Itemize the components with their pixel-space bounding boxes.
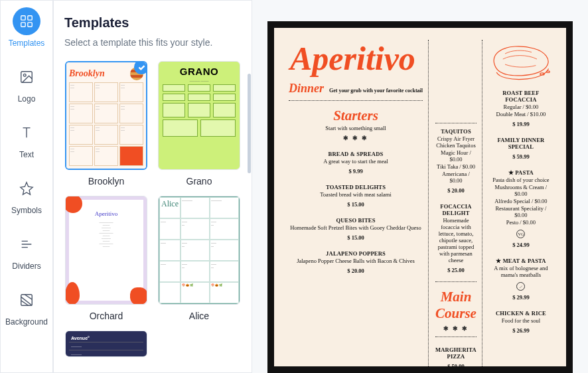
template-card-alice[interactable]: Alice―――――――― ―――――――― ―――――――― ――――――――… [157,196,241,321]
scrollbar[interactable] [248,74,251,173]
svg-rect-1 [28,16,32,20]
template-card-grano[interactable]: GRANO ―――― ――― Grano [157,61,241,186]
item-desc: A great way to start the meal [289,158,423,165]
star-icon [13,175,40,202]
item-line: Double Meat / $10.00 [489,111,553,117]
item-price: $ 59.99 [435,363,477,370]
item-price: $ 15.00 [289,201,423,208]
template-name: Grano [186,176,212,186]
dividers-icon [13,230,40,258]
nav-label: Text [19,150,34,159]
item-price: $ 15.00 [289,234,423,241]
item-price: $ 24.99 [489,242,553,248]
template-thumb: Aperitivo ――――――――――――――――――――――――――――――… [65,196,147,305]
menu-col-1: Aperitivo Dinner Get your grub with your… [289,40,429,366]
template-thumb: GRANO ―――― ――― [158,61,240,170]
section-starters: Starters [289,108,423,124]
item-name: TOASTED DELIGHTS [289,184,423,190]
template-thumb: Brooklyn ―――――――――――― ―――――――――――― ―――――… [65,61,147,170]
template-card-avenue[interactable]: Avenue° ―――――――― [64,331,148,357]
badge-vg: VG [516,230,525,238]
item-desc: Homemade focaccia with lettuce, tomato, … [435,217,477,263]
item-name: MARGHERITA PIZZA [435,346,477,360]
template-card-brooklyn[interactable]: Brooklyn ―――――――――――― ―――――――――――― ―――――… [64,61,148,186]
panel-subheading: Select a template this fits your style. [64,37,241,48]
item-line: Alfredo Special / $0.00 [489,198,553,204]
background-icon [13,286,40,314]
template-thumb: Avenue° ―――――――― [65,331,147,357]
nav-symbols[interactable]: Symbols [11,175,42,215]
item-name: MEAT & PASTA [489,258,553,264]
nav-label: Dividers [12,261,40,271]
item-name: FOCACCIA DELIGHT [435,203,477,216]
nav-logo[interactable]: Logo [13,63,40,104]
section-main: Main Course [435,289,477,322]
svg-rect-2 [21,23,25,27]
item-line: Crispy Air Fryer Chicken Taquitos [435,135,477,149]
nav-label: Templates [9,38,45,48]
menu-dinner-tag: Get your grub with your favorite cocktai… [329,88,423,94]
item-price: $ 9.99 [289,168,423,175]
template-name: Orchard [90,311,123,321]
divider-dots: ✱ ✱ ✱ [435,325,477,332]
side-nav: Templates Logo Text Symbols Dividers Bac… [0,0,53,373]
templates-icon [13,7,40,35]
menu-title: Aperitivo [290,48,423,70]
badge-icon: ⟋ [516,282,525,291]
item-desc: Food for the soul [489,317,553,324]
item-name: TAQUITOS [435,128,477,135]
item-desc: Pasta dish of your choice [489,177,553,183]
text-icon [13,119,40,147]
nav-label: Logo [18,94,36,104]
item-line: Pesto / $0.00 [489,219,553,226]
nav-background[interactable]: Background [5,286,48,327]
image-icon [13,63,40,91]
template-thumb: Alice―――――――― ―――――――― ―――――――― ――――――――… [158,196,240,305]
menu-preview: Aperitivo Dinner Get your grub with your… [252,0,588,373]
item-desc: Homemade Soft Pretzel Bites with Gooey C… [289,224,423,231]
item-line: Restaurant Speciality / $0.00 [489,205,553,218]
template-name: Alice [189,311,209,321]
nav-dividers[interactable]: Dividers [12,230,40,271]
svg-rect-0 [21,16,25,20]
template-grid: Brooklyn ―――――――――――― ―――――――――――― ―――――… [64,61,241,357]
svg-rect-3 [28,23,32,27]
template-card-orchard[interactable]: Aperitivo ――――――――――――――――――――――――――――――… [64,196,148,321]
item-line: Americana / $0.00 [435,171,477,184]
templates-panel: Templates Select a template this fits yo… [53,0,252,373]
menu-dinner-label: Dinner [289,82,324,96]
item-price: $ 26.99 [489,327,553,334]
nav-templates[interactable]: Templates [9,7,45,48]
menu-col-3: ROAST BEEF FOCACCIA Regular / $0.00 Doub… [489,40,553,366]
template-name: Brooklyn [88,176,124,186]
svg-point-8 [546,71,550,73]
item-price: $ 29.99 [489,294,553,301]
item-price: $ 25.00 [435,267,477,273]
steak-illustration [489,43,553,83]
item-desc: Toasted bread with meat salami [289,191,423,198]
item-line: Mushrooms & Cream / $0.00 [489,184,553,197]
item-price: $ 59.99 [489,153,553,160]
item-price: $ 20.00 [435,187,477,194]
item-price: $ 19.99 [489,121,553,127]
item-name: FAMILY DINNER SPECIAL [489,137,553,150]
item-desc: A mix of bolognese and mama's meatballs [489,265,553,278]
item-name: ROAST BEEF FOCACCIA [489,90,553,103]
item-name: PASTA [489,169,553,176]
item-name: CHICKEN & RICE [489,310,553,317]
item-line: Magic Hour / $0.00 [435,149,477,163]
item-price: $ 20.00 [289,267,423,274]
item-name: BREAD & SPREADS [289,151,423,157]
item-line: Tiki Taka / $0.00 [435,163,477,170]
divider-dots: ✱ ✱ ✱ [289,135,423,141]
nav-label: Background [5,317,48,327]
starters-tag: Start with something small [289,125,423,131]
menu-canvas[interactable]: Aperitivo Dinner Get your grub with your… [267,21,573,373]
nav-text[interactable]: Text [13,119,40,159]
selected-check-icon [134,61,147,74]
menu-col-2: TAQUITOS Crispy Air Fryer Chicken Taquit… [435,40,482,366]
item-line: Regular / $0.00 [489,104,553,110]
item-name: QUESO BITES [289,217,423,224]
item-desc: Jalapeno Popper Cheese Balls with Bacon … [289,258,423,264]
panel-heading: Templates [64,15,241,31]
